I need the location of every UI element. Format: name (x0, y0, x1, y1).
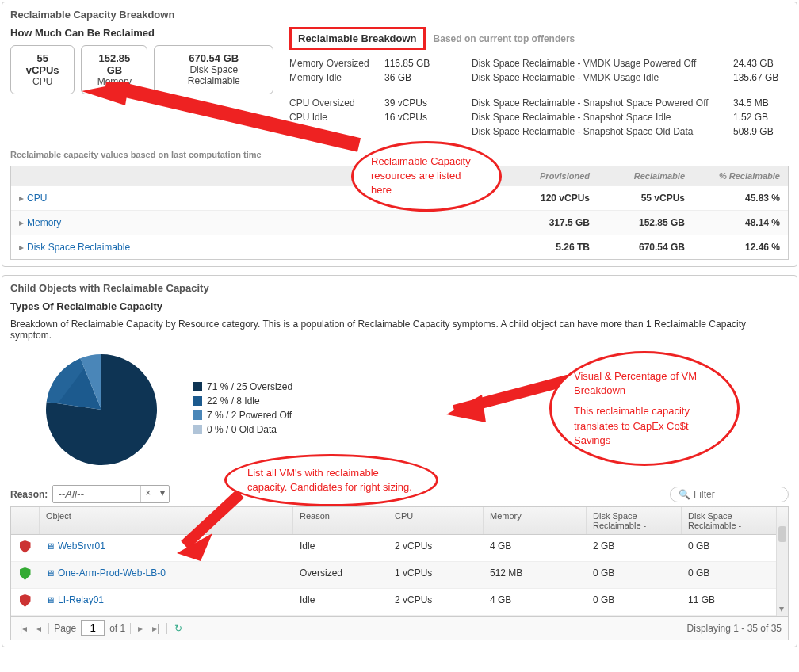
status-badge-icon (20, 540, 31, 553)
grid-row[interactable]: 🖥LI-Relay01 Idle 2 vCPUs 4 GB 0 GB 11 GB (11, 589, 788, 616)
breakdown-title-highlight: Reclaimable Breakdown (289, 27, 426, 50)
disk-snap-old-label: Disk Space Reclaimable - Snapshot Space … (472, 126, 733, 137)
disk-vmdk-off-label: Disk Space Reclaimable - VMDK Usage Powe… (472, 58, 733, 69)
legend-old-data: 0 % / 0 Old Data (207, 424, 277, 435)
disk-vmdk-off-value: 24.43 GB (733, 58, 789, 69)
legend-oversized: 71 % / 25 Oversized (207, 381, 292, 392)
cell-mem: 512 MB (484, 562, 587, 588)
cell-reason: Idle (293, 535, 388, 561)
col-disk1[interactable]: Disk Space Reclaimable - (587, 507, 682, 534)
page-label: Page (54, 623, 76, 634)
row-disk-prov: 5.26 TB (503, 235, 598, 259)
row-memory-pct: 48.14 % (693, 211, 788, 235)
cell-disk2: 0 GB (682, 535, 777, 561)
cell-mem: 4 GB (484, 589, 587, 615)
row-disk-pct: 12.46 % (693, 235, 788, 259)
row-cpu-pct: 45.83 % (693, 186, 788, 210)
page-input[interactable] (81, 620, 105, 636)
disk-metric-label: Disk Space Reclaimable (162, 64, 265, 86)
col-pct-reclaimable[interactable]: % Reclaimable (693, 166, 788, 185)
legend-idle: 22 % / 8 Idle (207, 395, 260, 407)
cell-cpu: 2 vCPUs (388, 589, 484, 615)
status-badge-icon (20, 594, 31, 607)
disk-snap-off-label: Disk Space Reclaimable - Snapshot Space … (472, 97, 733, 109)
cpu-oversized-label: CPU Oversized (289, 97, 384, 109)
memory-metric-label: Memory (90, 76, 139, 87)
vertical-scrollbar[interactable]: ▾ (776, 526, 788, 616)
disk-vmdk-idle-label: Disk Space Reclaimable - VMDK Usage Idle (472, 72, 733, 83)
disk-metric-value: 670.54 GB (162, 52, 265, 64)
disk-snap-off-value: 34.5 MB (733, 97, 789, 109)
disk-snap-idle-label: Disk Space Reclaimable - Snapshot Space … (472, 112, 733, 123)
cell-disk1: 0 GB (587, 589, 682, 615)
row-cpu-prov: 120 vCPUs (503, 186, 598, 210)
row-memory-prov: 317.5 GB (503, 211, 598, 235)
col-object[interactable]: Object (40, 507, 293, 534)
filter-box[interactable]: 🔍 (670, 487, 789, 502)
expand-icon[interactable]: ▸ (19, 193, 24, 204)
chevron-down-icon[interactable]: ▾ (155, 486, 169, 502)
table-row[interactable]: ▸Disk Space Reclaimable 5.26 TB 670.54 G… (11, 235, 788, 259)
chevron-down-icon[interactable]: ▾ (779, 603, 784, 614)
mem-oversized-label: Memory Oversized (289, 58, 384, 69)
annotation-callout: Reclaimable Capacity resources are liste… (351, 141, 502, 212)
row-cpu-recl: 55 vCPUs (598, 186, 693, 210)
annotation-callout: Visual & Percentage of VM Breakdown This… (549, 351, 740, 466)
col-reason[interactable]: Reason (293, 507, 388, 534)
col-provisioned[interactable]: Provisioned (503, 166, 598, 185)
last-page-button[interactable]: ▸| (150, 623, 162, 634)
displaying-label: Displaying 1 - 35 of 35 (687, 623, 782, 634)
reclaimable-breakdown-panel: Reclaimable Capacity Breakdown How Much … (2, 2, 797, 267)
col-memory[interactable]: Memory (484, 507, 587, 534)
mem-idle-label: Memory Idle (289, 72, 384, 83)
vm-icon: 🖥 (46, 568, 55, 578)
pager-bar: |◂ ◂ Page of 1 ▸ ▸| ↻ Displaying 1 - 35 … (10, 617, 789, 640)
cpu-metric-value: 55 vCPUs (19, 52, 66, 76)
grid-row[interactable]: 🖥One-Arm-Prod-Web-LB-0 Oversized 1 vCPUs… (11, 562, 788, 589)
pie-legend: 71 % / 25 Oversized 22 % / 8 Idle 7 % / … (193, 381, 292, 438)
first-page-button[interactable]: |◂ (17, 623, 29, 634)
row-cpu-label[interactable]: CPU (27, 193, 47, 204)
cpu-idle-value: 16 vCPUs (384, 112, 448, 123)
cell-disk2: 0 GB (682, 562, 777, 588)
clear-icon[interactable]: × (140, 486, 155, 502)
cell-disk2: 11 GB (682, 589, 777, 615)
reason-combobox[interactable]: × ▾ (52, 485, 170, 503)
disk-snap-idle-value: 1.52 GB (733, 112, 789, 123)
grid-row[interactable]: 🖥WebSrvr01 Idle 2 vCPUs 4 GB 2 GB 0 GB (11, 535, 788, 562)
vm-link[interactable]: One-Arm-Prod-Web-LB-0 (58, 567, 166, 578)
expand-icon[interactable]: ▸ (19, 242, 24, 253)
cell-reason: Idle (293, 589, 388, 615)
pie-chart (42, 350, 161, 469)
vm-link[interactable]: WebSrvr01 (58, 540, 105, 552)
cpu-metric-box: 55 vCPUs CPU (10, 45, 75, 94)
prev-page-button[interactable]: ◂ (34, 623, 44, 634)
cpu-oversized-value: 39 vCPUs (384, 97, 448, 109)
disk-metric-box: 670.54 GB Disk Space Reclaimable (154, 45, 273, 94)
reason-input[interactable] (53, 486, 140, 502)
refresh-icon[interactable]: ↻ (172, 623, 185, 634)
panel-title: Reclaimable Capacity Breakdown (10, 9, 789, 21)
next-page-button[interactable]: ▸ (136, 623, 145, 634)
search-icon: 🔍 (679, 489, 690, 500)
panel-title: Child Objects with Reclaimable Capacity (10, 282, 789, 294)
disk-snap-old-value: 508.9 GB (733, 126, 789, 137)
col-disk2[interactable]: Disk Space Reclaimable - (682, 507, 777, 534)
scroll-thumb-icon[interactable] (778, 526, 786, 542)
col-reclaimable[interactable]: Reclaimable (598, 166, 693, 185)
cell-disk1: 0 GB (587, 562, 682, 588)
expand-icon[interactable]: ▸ (19, 217, 24, 228)
cpu-metric-label: CPU (19, 76, 66, 87)
filter-input[interactable] (694, 489, 773, 500)
table-row[interactable]: ▸Memory 317.5 GB 152.85 GB 48.14 % (11, 210, 788, 235)
vm-icon: 🖥 (46, 595, 55, 605)
legend-swatch-icon (193, 396, 202, 406)
memory-metric-value: 152.85 GB (90, 52, 139, 76)
col-cpu[interactable]: CPU (388, 507, 484, 534)
row-disk-label[interactable]: Disk Space Reclaimable (27, 242, 130, 253)
row-memory-recl: 152.85 GB (598, 211, 693, 235)
types-heading: Types Of Reclaimable Capacity (10, 300, 789, 312)
types-description: Breakdown of Reclaimable Capacity by Res… (10, 319, 789, 341)
row-memory-label[interactable]: Memory (27, 217, 61, 228)
vm-link[interactable]: LI-Relay01 (58, 594, 104, 605)
